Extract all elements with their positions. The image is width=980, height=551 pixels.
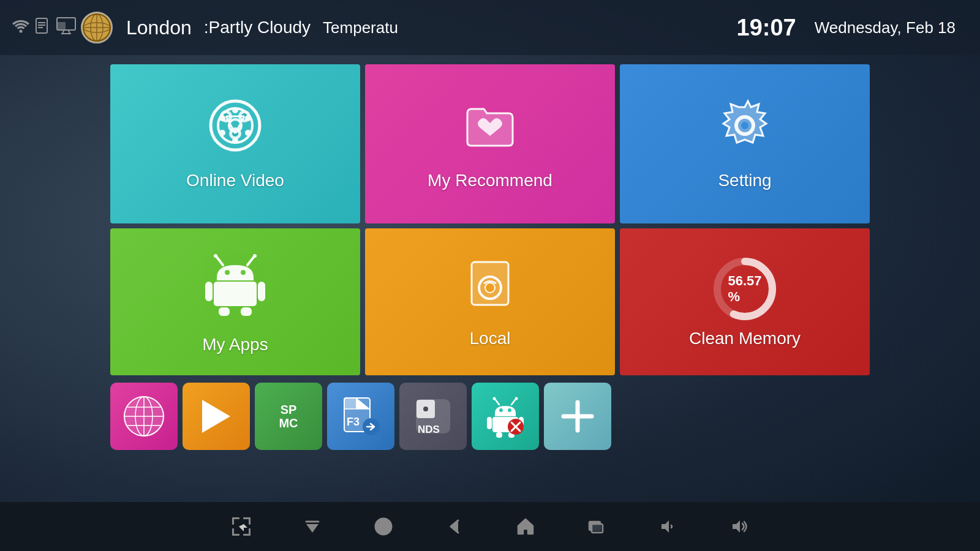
svg-rect-4 [38, 27, 43, 28]
svg-rect-96 [592, 524, 603, 533]
svg-point-37 [214, 254, 217, 258]
svg-point-73 [508, 408, 511, 412]
nav-power[interactable] [372, 515, 394, 538]
svg-point-29 [245, 130, 251, 136]
nav-volume-down[interactable] [657, 515, 679, 538]
tile-my-apps[interactable]: My Apps [110, 228, 360, 375]
svg-rect-45 [219, 307, 230, 316]
tile-clean-memory[interactable]: 56.57 % Clean Memory [620, 228, 870, 375]
nav-volume-up[interactable] [728, 515, 750, 538]
city-label: London [126, 17, 192, 39]
weather-desc: :Partly Cloudy [204, 18, 311, 37]
time-display: 19:07 [737, 15, 796, 41]
svg-point-69 [493, 397, 496, 400]
my-apps-label: My Apps [202, 335, 268, 354]
svg-point-66 [423, 407, 428, 411]
status-text: London :Partly Cloudy Temperatu [120, 17, 737, 39]
svg-point-39 [253, 254, 257, 258]
svg-rect-87 [249, 517, 251, 525]
svg-rect-2 [38, 22, 45, 23]
svg-point-40 [225, 270, 230, 275]
date-display: Wednesday, Feb 18 [815, 18, 956, 37]
svg-rect-75 [487, 417, 492, 429]
svg-point-41 [241, 270, 246, 275]
wifi-icon [12, 18, 29, 37]
weather-globe [81, 12, 113, 43]
svg-line-68 [496, 400, 499, 405]
svg-point-33 [232, 138, 238, 144]
setting-label: Setting [718, 171, 771, 190]
svg-rect-42 [214, 282, 257, 306]
nav-back[interactable] [443, 515, 466, 538]
svg-rect-61 [344, 398, 356, 409]
memory-percent-text: 56.57 % [728, 273, 761, 305]
svg-point-32 [245, 115, 251, 121]
svg-marker-59 [202, 400, 230, 433]
online-video-icon [208, 98, 263, 165]
svg-line-70 [511, 400, 515, 405]
monitor-icon [56, 17, 76, 38]
svg-point-72 [499, 408, 503, 412]
file-icon [34, 17, 51, 38]
svg-rect-46 [241, 307, 252, 316]
svg-line-36 [217, 257, 223, 265]
tile-local[interactable]: Local [365, 228, 615, 375]
bottom-app-row: SPMC F3 NDS [110, 383, 870, 450]
app-es-explorer[interactable]: F3 [327, 383, 394, 450]
svg-rect-89 [232, 528, 234, 536]
temp-label: Temperatu [323, 18, 398, 37]
app-grid: Online Video My Recommend [110, 64, 870, 375]
app-browser[interactable] [110, 383, 178, 450]
tile-online-video[interactable]: Online Video [110, 64, 360, 223]
svg-rect-44 [258, 282, 265, 301]
svg-line-38 [247, 257, 254, 265]
svg-text:NDS: NDS [418, 424, 440, 435]
svg-point-50 [486, 283, 494, 292]
tile-setting[interactable]: Setting [620, 64, 870, 223]
tile-my-recommend[interactable]: My Recommend [365, 64, 615, 223]
nav-recent[interactable] [586, 515, 608, 538]
memory-ring: 56.57 % [711, 255, 778, 323]
svg-rect-85 [232, 517, 234, 525]
local-label: Local [470, 329, 511, 348]
my-apps-icon [202, 250, 269, 329]
nav-screenshot[interactable] [230, 515, 252, 538]
my-recommend-label: My Recommend [428, 171, 552, 190]
nav-bar [0, 502, 980, 551]
app-add[interactable] [544, 383, 611, 450]
clean-memory-label: Clean Memory [689, 329, 801, 348]
svg-point-28 [232, 107, 238, 113]
svg-rect-3 [38, 24, 45, 26]
nav-menu[interactable] [301, 515, 323, 538]
svg-point-35 [741, 122, 748, 129]
svg-rect-43 [205, 282, 213, 301]
app-android-x[interactable] [472, 383, 539, 450]
svg-text:F3: F3 [347, 416, 360, 428]
status-bar: London :Partly Cloudy Temperatu 19:07 We… [0, 0, 980, 55]
svg-point-0 [20, 30, 23, 33]
local-icon [462, 256, 518, 323]
status-icons [12, 12, 113, 43]
svg-point-71 [515, 397, 518, 400]
svg-point-31 [219, 115, 225, 121]
app-spmc[interactable]: SPMC [255, 383, 322, 450]
setting-icon [717, 98, 772, 165]
svg-rect-91 [249, 528, 251, 536]
my-recommend-icon [462, 98, 518, 165]
nav-home[interactable] [514, 515, 537, 538]
app-nds[interactable]: NDS [399, 383, 467, 450]
svg-point-30 [219, 130, 225, 136]
main-content: Online Video My Recommend [0, 55, 980, 456]
app-play-store[interactable] [183, 383, 250, 450]
online-video-label: Online Video [186, 171, 284, 190]
svg-rect-6 [57, 22, 66, 30]
svg-rect-77 [496, 432, 502, 438]
